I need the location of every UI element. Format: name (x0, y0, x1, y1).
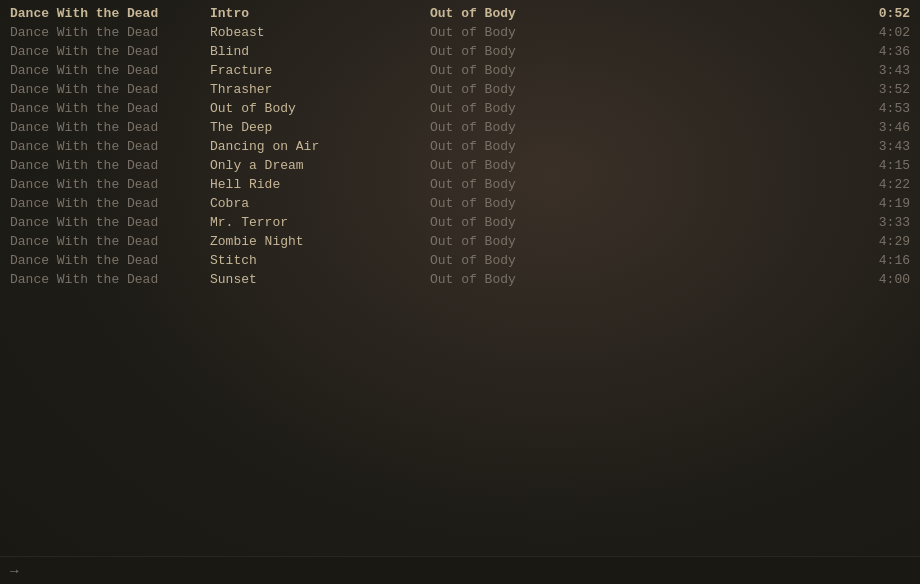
track-row[interactable]: Dance With the DeadDancing on AirOut of … (0, 137, 920, 156)
track-album: Out of Body (430, 44, 850, 59)
track-row[interactable]: Dance With the DeadOnly a DreamOut of Bo… (0, 156, 920, 175)
track-duration: 3:43 (850, 63, 910, 78)
track-duration: 4:02 (850, 25, 910, 40)
track-duration: 4:29 (850, 234, 910, 249)
track-album: Out of Body (430, 25, 850, 40)
track-row[interactable]: Dance With the DeadMr. TerrorOut of Body… (0, 213, 920, 232)
track-list: Dance With the Dead Intro Out of Body 0:… (0, 0, 920, 293)
bottom-bar: → (0, 556, 920, 584)
track-artist: Dance With the Dead (10, 139, 210, 154)
track-album: Out of Body (430, 253, 850, 268)
track-artist: Dance With the Dead (10, 44, 210, 59)
track-album: Out of Body (430, 272, 850, 287)
track-title: Cobra (210, 196, 430, 211)
header-artist: Dance With the Dead (10, 6, 210, 21)
track-title: Blind (210, 44, 430, 59)
track-duration: 3:33 (850, 215, 910, 230)
track-duration: 4:22 (850, 177, 910, 192)
track-artist: Dance With the Dead (10, 25, 210, 40)
track-title: Robeast (210, 25, 430, 40)
track-title: Fracture (210, 63, 430, 78)
header-album: Out of Body (430, 6, 850, 21)
track-row[interactable]: Dance With the DeadFractureOut of Body3:… (0, 61, 920, 80)
track-row[interactable]: Dance With the DeadStitchOut of Body4:16 (0, 251, 920, 270)
track-duration: 3:43 (850, 139, 910, 154)
track-title: Thrasher (210, 82, 430, 97)
track-list-header: Dance With the Dead Intro Out of Body 0:… (0, 4, 920, 23)
track-title: Stitch (210, 253, 430, 268)
track-row[interactable]: Dance With the DeadBlindOut of Body4:36 (0, 42, 920, 61)
track-duration: 4:36 (850, 44, 910, 59)
track-album: Out of Body (430, 196, 850, 211)
track-album: Out of Body (430, 177, 850, 192)
track-row[interactable]: Dance With the DeadThe DeepOut of Body3:… (0, 118, 920, 137)
track-title: Hell Ride (210, 177, 430, 192)
track-duration: 4:19 (850, 196, 910, 211)
track-album: Out of Body (430, 234, 850, 249)
track-title: Only a Dream (210, 158, 430, 173)
track-row[interactable]: Dance With the DeadCobraOut of Body4:19 (0, 194, 920, 213)
header-title: Intro (210, 6, 430, 21)
track-album: Out of Body (430, 139, 850, 154)
track-title: Dancing on Air (210, 139, 430, 154)
track-artist: Dance With the Dead (10, 158, 210, 173)
track-row[interactable]: Dance With the DeadZombie NightOut of Bo… (0, 232, 920, 251)
arrow-icon: → (10, 563, 18, 579)
track-title: The Deep (210, 120, 430, 135)
track-row[interactable]: Dance With the DeadHell RideOut of Body4… (0, 175, 920, 194)
track-title: Out of Body (210, 101, 430, 116)
track-artist: Dance With the Dead (10, 120, 210, 135)
track-album: Out of Body (430, 215, 850, 230)
track-artist: Dance With the Dead (10, 215, 210, 230)
track-title: Mr. Terror (210, 215, 430, 230)
track-title: Sunset (210, 272, 430, 287)
track-duration: 4:15 (850, 158, 910, 173)
track-album: Out of Body (430, 120, 850, 135)
header-duration: 0:52 (850, 6, 910, 21)
track-artist: Dance With the Dead (10, 253, 210, 268)
track-artist: Dance With the Dead (10, 82, 210, 97)
track-row[interactable]: Dance With the DeadThrasherOut of Body3:… (0, 80, 920, 99)
track-album: Out of Body (430, 82, 850, 97)
track-artist: Dance With the Dead (10, 177, 210, 192)
track-duration: 3:52 (850, 82, 910, 97)
track-album: Out of Body (430, 101, 850, 116)
track-duration: 3:46 (850, 120, 910, 135)
track-artist: Dance With the Dead (10, 196, 210, 211)
track-album: Out of Body (430, 158, 850, 173)
track-title: Zombie Night (210, 234, 430, 249)
track-artist: Dance With the Dead (10, 234, 210, 249)
track-album: Out of Body (430, 63, 850, 78)
track-duration: 4:00 (850, 272, 910, 287)
track-artist: Dance With the Dead (10, 272, 210, 287)
track-duration: 4:53 (850, 101, 910, 116)
track-row[interactable]: Dance With the DeadRobeastOut of Body4:0… (0, 23, 920, 42)
track-duration: 4:16 (850, 253, 910, 268)
track-artist: Dance With the Dead (10, 101, 210, 116)
track-artist: Dance With the Dead (10, 63, 210, 78)
track-row[interactable]: Dance With the DeadSunsetOut of Body4:00 (0, 270, 920, 289)
track-row[interactable]: Dance With the DeadOut of BodyOut of Bod… (0, 99, 920, 118)
